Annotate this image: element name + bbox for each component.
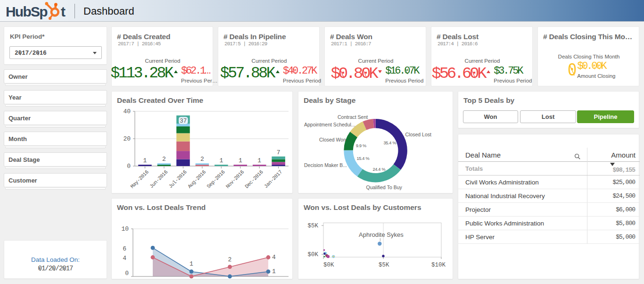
svg-text:$5K: $5K — [379, 262, 389, 268]
svg-text:10: 10 — [121, 226, 129, 233]
svg-text:Jul-2016: Jul-2016 — [168, 169, 188, 190]
svg-text:Aphrodite Sykes: Aphrodite Sykes — [359, 231, 404, 238]
svg-text:1: 1 — [257, 157, 261, 164]
svg-text:0: 0 — [127, 163, 131, 170]
svg-text:$10K: $10K — [431, 262, 446, 268]
svg-text:1: 1 — [190, 260, 193, 267]
svg-text:Qualified To Buy: Qualified To Buy — [366, 184, 403, 190]
svg-text:2: 2 — [200, 156, 204, 163]
svg-text:2: 2 — [162, 156, 166, 163]
svg-text:Contract Sent: Contract Sent — [338, 114, 368, 120]
svg-text:37: 37 — [180, 118, 187, 125]
svg-text:2: 2 — [228, 256, 232, 263]
svg-text:Decision Maker B...: Decision Maker B... — [304, 162, 347, 168]
svg-text:Jan-2017: Jan-2017 — [263, 169, 283, 190]
svg-text:Closed Won: Closed Won — [319, 137, 346, 142]
svg-text:1: 1 — [272, 268, 276, 275]
svg-text:1: 1 — [219, 157, 223, 164]
svg-text:6: 6 — [123, 245, 126, 252]
svg-text:4: 4 — [272, 254, 276, 261]
svg-text:Aug-2016: Aug-2016 — [187, 169, 207, 190]
svg-text:4: 4 — [123, 255, 126, 262]
svg-text:24.4 %: 24.4 % — [373, 167, 386, 172]
svg-text:Jun-2016: Jun-2016 — [149, 169, 169, 190]
svg-text:7: 7 — [277, 149, 281, 156]
svg-text:Sep-2016: Sep-2016 — [206, 169, 226, 190]
svg-text:Dec-2016: Dec-2016 — [244, 169, 264, 190]
svg-text:1: 1 — [143, 157, 147, 164]
svg-text:15.4 %: 15.4 % — [357, 156, 370, 161]
svg-text:Nov-2016: Nov-2016 — [225, 169, 245, 190]
svg-text:Appointment Schedul...: Appointment Schedul... — [304, 122, 355, 127]
svg-text:0: 0 — [125, 270, 129, 277]
svg-text:40: 40 — [123, 108, 131, 115]
svg-text:35.4 %: 35.4 % — [384, 141, 396, 145]
svg-text:20: 20 — [123, 135, 131, 142]
svg-text:$0K: $0K — [323, 262, 334, 268]
svg-text:$0K: $0K — [307, 251, 318, 258]
svg-text:9.9 %: 9.9 % — [356, 143, 366, 148]
svg-text:Closed Lost: Closed Lost — [405, 132, 432, 137]
svg-text:May-2016: May-2016 — [130, 169, 150, 190]
svg-text:1: 1 — [239, 157, 242, 164]
svg-text:$5K: $5K — [307, 223, 318, 229]
